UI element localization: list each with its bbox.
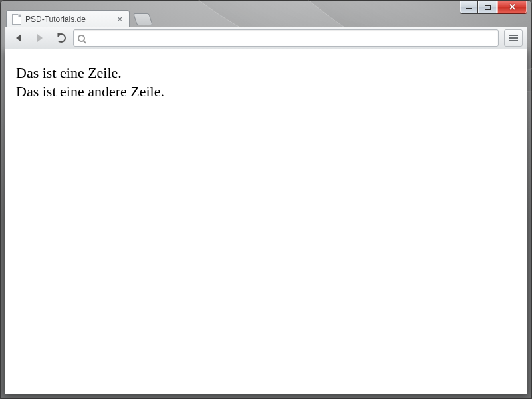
address-bar[interactable]: [73, 29, 499, 47]
browser-tab[interactable]: PSD-Tutorials.de ×: [6, 10, 130, 27]
back-button[interactable]: [9, 29, 28, 47]
hamburger-icon: [509, 37, 518, 39]
file-icon: [12, 14, 21, 25]
search-icon: [78, 35, 85, 42]
arrow-right-icon: [37, 34, 43, 42]
tab-title: PSD-Tutorials.de: [25, 15, 112, 24]
maximize-icon: [485, 5, 491, 10]
page-content: Das ist eine Zeile. Das ist eine andere …: [5, 49, 527, 107]
window-close-button[interactable]: ✕: [497, 1, 527, 14]
reload-icon: [57, 33, 66, 43]
window-maximize-button[interactable]: [477, 1, 497, 14]
tab-strip: PSD-Tutorials.de ×: [6, 10, 526, 27]
page-viewport: Das ist eine Zeile. Das ist eine andere …: [5, 49, 527, 394]
tab-close-button[interactable]: ×: [116, 14, 124, 24]
minimize-icon: [466, 8, 472, 9]
menu-button[interactable]: [504, 29, 523, 47]
close-icon: ✕: [509, 2, 516, 12]
window-minimize-button[interactable]: [460, 1, 478, 14]
omnibox-input[interactable]: [89, 33, 494, 43]
forward-button[interactable]: [31, 29, 49, 47]
text-line: Das ist eine andere Zeile.: [16, 82, 520, 101]
window-caption-buttons: ✕: [460, 1, 527, 14]
new-tab-button[interactable]: [133, 13, 153, 25]
text-line: Das ist eine Zeile.: [16, 64, 520, 82]
browser-window: ✕ PSD-Tutorials.de × Das ist eine Zeile.…: [0, 0, 532, 399]
reload-button[interactable]: [52, 29, 70, 47]
browser-toolbar: [5, 27, 527, 49]
arrow-left-icon: [16, 34, 21, 42]
